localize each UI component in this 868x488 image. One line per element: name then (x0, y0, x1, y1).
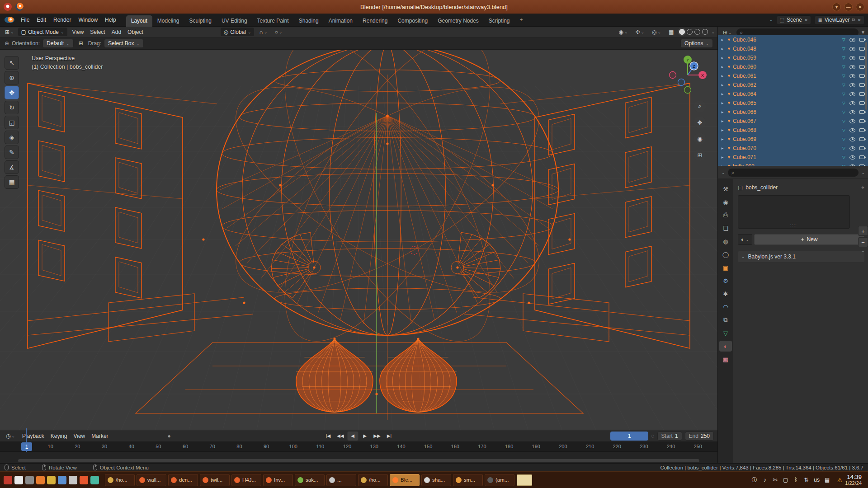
render-visibility-icon[interactable] (859, 56, 864, 60)
transport-button[interactable]: ◀ (347, 432, 358, 441)
minimize-button[interactable]: — (844, 3, 853, 11)
expand-arrow-icon[interactable]: ► (720, 47, 725, 51)
tool-button[interactable]: ◱ (5, 116, 19, 129)
taskbar-app-icon[interactable] (90, 476, 99, 484)
viewport-menu[interactable]: View (69, 28, 87, 36)
taskbar-app-icon[interactable] (80, 476, 88, 484)
properties-tab[interactable]: ⚒ (719, 183, 732, 194)
browse-material-dropdown[interactable]: ◐ ⌄ (738, 234, 752, 245)
render-visibility-icon[interactable] (859, 83, 864, 87)
properties-options-icon[interactable]: ⌄ (861, 170, 865, 175)
timeline-menu[interactable]: View (70, 432, 88, 440)
workspace-tab[interactable]: Layout (126, 15, 152, 27)
hide-eye-icon[interactable] (849, 128, 855, 132)
taskbar-app-icon[interactable] (25, 476, 34, 484)
menubar-menu[interactable]: Render (50, 15, 75, 24)
gizmos-dropdown[interactable]: ✣ ⌄ (633, 28, 646, 36)
close-button[interactable]: ✕ (856, 3, 864, 11)
timeline-editor-type-button[interactable]: ◷ ⌄ (4, 432, 17, 440)
keying-set-icon[interactable]: ◌ (651, 433, 654, 439)
outliner-row[interactable]: ► ▼ Cube.059 ▽ (718, 53, 868, 62)
viewlayer-copy-icon[interactable]: ⧉ (852, 17, 855, 23)
transport-button[interactable]: ▶▶ (372, 432, 382, 441)
viewport-menu[interactable]: Select (87, 28, 108, 36)
hide-eye-icon[interactable] (849, 146, 855, 150)
options-dropdown[interactable]: Options ⌄ (680, 39, 713, 48)
xray-toggle[interactable]: ▦ (666, 28, 676, 36)
outliner-row[interactable]: ► ▼ Cube.062 ▽ (718, 80, 868, 89)
properties-tab[interactable]: ◠ (719, 301, 732, 312)
outliner-row[interactable]: ► ▼ Cube.066 ▽ (718, 108, 868, 117)
outliner-scrollbar[interactable] (865, 42, 867, 110)
taskbar-window-button[interactable]: /ho... (358, 474, 388, 486)
timeline-menu[interactable]: Marker (88, 432, 111, 440)
expand-arrow-icon[interactable]: ► (720, 137, 725, 141)
taskbar-app-icon[interactable] (14, 476, 23, 484)
pin-icon[interactable]: ⌖ (861, 184, 864, 191)
timeline-scrollbar[interactable] (18, 459, 699, 462)
hide-eye-icon[interactable] (849, 56, 855, 60)
remove-slot-button[interactable]: − (858, 237, 868, 247)
outliner-row[interactable]: ► ▼ balls.002 ▽ (718, 162, 868, 166)
tray-icon[interactable]: ▢ (783, 477, 789, 483)
outliner-row[interactable]: ► ▼ Cube.068 ▽ (718, 126, 868, 135)
tray-icon[interactable]: us (814, 477, 820, 483)
hide-eye-icon[interactable] (849, 65, 855, 69)
camera-view-icon[interactable]: ◉ (694, 133, 706, 145)
hide-eye-icon[interactable] (849, 83, 855, 87)
expand-arrow-icon[interactable]: ► (720, 128, 725, 132)
navigation-gizmo[interactable]: Y Z X (666, 53, 709, 97)
menubar-menu[interactable]: Help (101, 15, 120, 24)
render-visibility-icon[interactable] (859, 92, 864, 96)
scene-unlink-icon[interactable]: ✕ (804, 18, 808, 23)
outliner-row[interactable]: ► ▼ Cube.048 ▽ (718, 44, 868, 53)
add-slot-button[interactable]: + (858, 226, 868, 236)
transform-orientation-dropdown[interactable]: ◎ Global ⌄ (221, 28, 255, 36)
taskbar-window-button[interactable]: ... (326, 474, 356, 486)
taskbar-window-button[interactable]: wall... (137, 474, 166, 486)
workspace-tab[interactable]: Compositing (392, 15, 433, 27)
render-visibility-icon[interactable] (859, 101, 864, 105)
menubar-menu[interactable]: Window (75, 15, 101, 24)
workspace-tab[interactable]: Geometry Nodes (433, 15, 484, 27)
tool-button[interactable]: ✥ (5, 86, 19, 99)
clock[interactable]: ⚠ 14:39 1/22/24 (837, 474, 862, 486)
outliner-row[interactable]: ► ▼ Cube.046 ▽ (718, 35, 868, 44)
viewport-menu[interactable]: Add (108, 28, 124, 36)
transport-button[interactable]: |◀ (323, 432, 334, 441)
taskbar-window-button[interactable]: Ble... (390, 474, 420, 486)
outliner-row[interactable]: ► ▼ Cube.071 ▽ (718, 153, 868, 162)
taskbar-window-button[interactable]: den... (168, 474, 198, 486)
render-visibility-icon[interactable] (859, 47, 864, 51)
hide-eye-icon[interactable] (849, 155, 855, 160)
material-slot-list[interactable]: ∷∷ (738, 195, 850, 229)
tray-icon[interactable]: ᛒ (793, 477, 799, 483)
outliner-filter-icon[interactable]: ▼ (861, 30, 865, 35)
workspace-tab[interactable]: Animation (324, 15, 358, 27)
expand-arrow-icon[interactable]: ► (720, 38, 725, 42)
new-material-button[interactable]: + New (754, 234, 864, 245)
minimized-window-thumbnail[interactable] (517, 474, 532, 486)
transport-button[interactable]: ◀◀ (335, 432, 346, 441)
pan-icon[interactable]: ✥ (694, 117, 706, 128)
tool-button[interactable]: ▦ (5, 175, 19, 189)
taskbar-window-button[interactable]: (am... (485, 474, 514, 486)
expand-arrow-icon[interactable]: ► (720, 101, 725, 105)
frame-start-field[interactable]: Start 1 (657, 432, 682, 441)
mode-dropdown[interactable]: ▢ Object Mode ⌄ (18, 28, 67, 36)
visibility-dropdown[interactable]: ◉ ⌄ (616, 28, 630, 36)
render-visibility-icon[interactable] (859, 155, 864, 159)
outliner-row[interactable]: ► ▼ Cube.065 ▽ (718, 99, 868, 108)
render-visibility-icon[interactable] (859, 38, 864, 42)
add-workspace-button[interactable]: + (515, 14, 528, 26)
timeline-track[interactable] (0, 452, 717, 464)
render-visibility-icon[interactable] (859, 119, 864, 123)
overlays-dropdown[interactable]: ◎ ⌄ (650, 28, 663, 36)
shading-material-button[interactable] (694, 29, 700, 35)
expand-arrow-icon[interactable]: ► (720, 155, 725, 160)
tray-icon[interactable]: ✄ (772, 477, 778, 483)
current-frame-field[interactable]: 1 (610, 432, 648, 441)
properties-tab[interactable]: ⧉ (719, 314, 732, 325)
taskbar-window-button[interactable]: sha... (421, 474, 451, 486)
taskbar-app-icon[interactable] (4, 476, 12, 484)
